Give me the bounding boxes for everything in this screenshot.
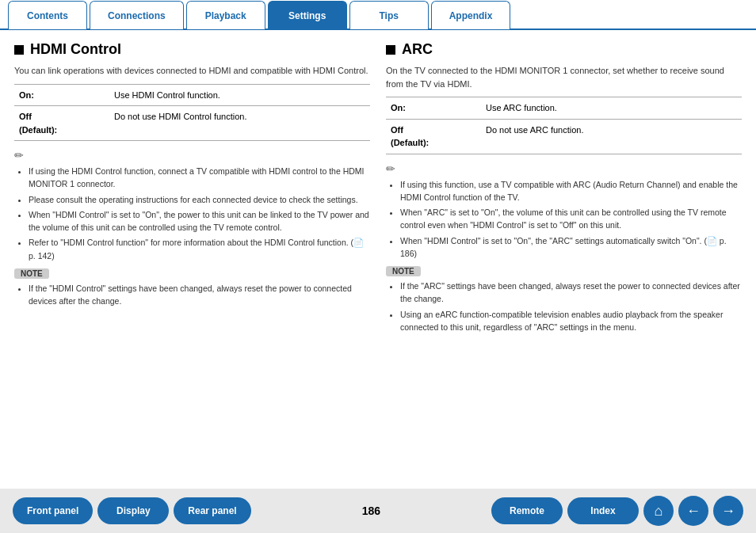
main-content: HDMI Control You can link operations wit… — [0, 30, 756, 489]
arc-on-label: On: — [386, 97, 481, 120]
arc-note-box: NOTE If the "ARC" settings have been cha… — [386, 266, 742, 333]
tab-connections[interactable]: Connections — [90, 1, 184, 29]
bottom-navigation: Front panel Display Rear panel 186 Remot… — [0, 489, 756, 533]
arc-header: ARC — [386, 41, 742, 58]
hdmi-description: You can link operations with devices con… — [14, 64, 370, 78]
hdmi-bullet-list: If using the HDMI Control function, conn… — [14, 165, 370, 262]
list-item: If the "ARC" settings have been changed,… — [400, 280, 742, 306]
list-item: Refer to "HDMI Control function" for mor… — [29, 236, 370, 262]
arc-section: ARC On the TV connected to the HDMI MONI… — [386, 41, 742, 482]
tab-contents[interactable]: Contents — [8, 1, 87, 29]
hdmi-note-box: NOTE If the "HDMI Control" settings have… — [14, 268, 370, 308]
arc-on-value: Use ARC function. — [481, 97, 742, 120]
arc-pencil-area: ✏ — [386, 162, 742, 175]
hdmi-off-value: Do not use HDMI Control function. — [109, 106, 370, 141]
back-arrow-icon: ← — [686, 503, 701, 520]
hdmi-settings-table: On: Use HDMI Control function. Off(Defau… — [14, 84, 370, 142]
hdmi-note-label: NOTE — [14, 268, 49, 279]
hdmi-control-section: HDMI Control You can link operations wit… — [14, 41, 370, 482]
arc-off-value: Do not use ARC function. — [481, 119, 742, 154]
forward-button[interactable]: → — [713, 496, 743, 526]
list-item: Using an eARC function-compatible televi… — [400, 308, 742, 334]
list-item: If the "HDMI Control" settings have been… — [29, 282, 370, 308]
list-item: If using this function, use a TV compati… — [400, 178, 742, 204]
tab-tips[interactable]: Tips — [349, 1, 429, 29]
tab-appendix[interactable]: Appendix — [431, 1, 511, 29]
arc-note-label: NOTE — [386, 266, 421, 276]
arc-description: On the TV connected to the HDMI MONITOR … — [386, 64, 742, 90]
remote-button[interactable]: Remote — [491, 497, 563, 524]
arc-off-label: Off(Default): — [386, 119, 481, 154]
section-square-icon — [386, 45, 395, 55]
arc-note-list: If the "ARC" settings have been changed,… — [386, 280, 742, 333]
list-item: When "HDMI Control" is set to "On", the … — [400, 234, 742, 261]
list-item: When "ARC" is set to "On", the volume of… — [400, 206, 742, 232]
hdmi-title: HDMI Control — [30, 41, 121, 58]
index-button[interactable]: Index — [567, 497, 639, 524]
back-button[interactable]: ← — [678, 496, 708, 526]
page-number: 186 — [355, 504, 387, 517]
list-item: If using the HDMI Control function, conn… — [29, 165, 370, 191]
front-panel-button[interactable]: Front panel — [13, 497, 93, 524]
top-navigation: Contents Connections Playback Settings T… — [0, 0, 756, 30]
hdmi-note-list: If the "HDMI Control" settings have been… — [14, 282, 370, 308]
tab-playback[interactable]: Playback — [186, 1, 265, 29]
display-button[interactable]: Display — [97, 497, 169, 524]
pencil-icon: ✏ — [386, 162, 395, 175]
hdmi-header: HDMI Control — [14, 41, 370, 58]
pencil-area: ✏ — [14, 149, 370, 162]
rear-panel-button[interactable]: Rear panel — [174, 497, 250, 524]
table-row: Off(Default): Do not use HDMI Control fu… — [14, 106, 370, 141]
table-row: On: Use ARC function. — [386, 97, 742, 120]
hdmi-off-label: Off(Default): — [14, 106, 109, 141]
arc-title: ARC — [402, 41, 433, 58]
tab-settings[interactable]: Settings — [268, 1, 347, 29]
forward-arrow-icon: → — [721, 503, 735, 520]
list-item: When "HDMI Control" is set to "On", the … — [29, 208, 370, 234]
pencil-icon: ✏ — [14, 149, 24, 162]
hdmi-on-label: On: — [14, 84, 109, 106]
list-item: Please consult the operating instruction… — [29, 193, 370, 206]
arc-bullet-list: If using this function, use a TV compati… — [386, 178, 742, 261]
arc-settings-table: On: Use ARC function. Off(Default): Do n… — [386, 97, 742, 154]
hdmi-on-value: Use HDMI Control function. — [109, 84, 370, 106]
table-row: On: Use HDMI Control function. — [14, 84, 370, 106]
home-icon: ⌂ — [655, 503, 663, 520]
table-row: Off(Default): Do not use ARC function. — [386, 119, 742, 154]
home-button[interactable]: ⌂ — [643, 496, 674, 526]
section-square-icon — [14, 45, 24, 55]
